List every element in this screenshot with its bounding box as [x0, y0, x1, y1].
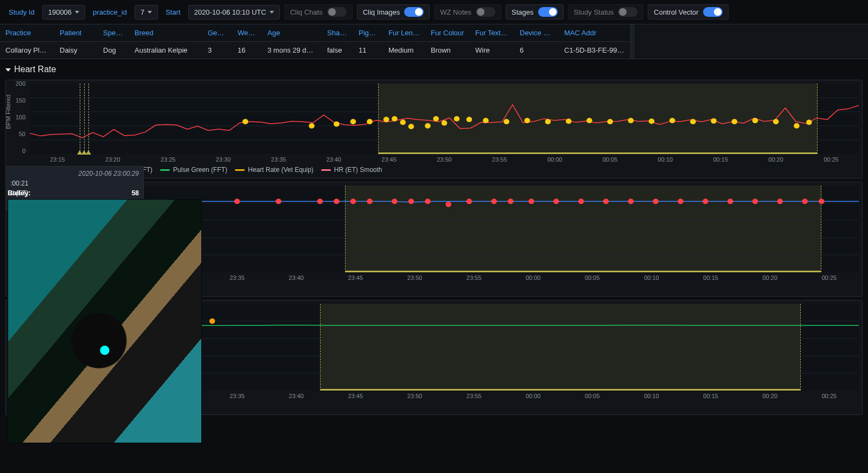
svg-point-64 [819, 199, 825, 204]
svg-point-50 [491, 199, 497, 204]
toggle-label: Control Vector [654, 8, 698, 16]
x-tick: 23:55 [472, 156, 527, 163]
svg-point-32 [773, 119, 779, 124]
svg-point-31 [752, 118, 758, 123]
svg-point-52 [528, 199, 534, 204]
toggle-cliq-chats: Cliq Chats [284, 4, 353, 20]
plot-area[interactable] [30, 84, 859, 154]
cell-value: Wire [470, 42, 514, 59]
x-tick: 23:55 [444, 274, 503, 281]
cell-value: Daisy [54, 42, 98, 59]
toggle-cliq-images[interactable]: Cliq Images [357, 4, 430, 20]
col-header[interactable]: Fur Texture [470, 24, 514, 42]
svg-point-57 [653, 199, 659, 204]
col-header[interactable]: Fur Length [383, 24, 425, 42]
svg-point-39 [234, 199, 240, 204]
study-id-select[interactable]: 190006 [42, 5, 85, 20]
col-header[interactable]: Device Gen. [514, 24, 559, 42]
svg-point-28 [690, 119, 696, 124]
svg-point-17 [467, 117, 473, 122]
image-caption: Bailey: [8, 189, 203, 197]
practice-id-select[interactable]: 7 [135, 5, 158, 20]
svg-point-62 [777, 199, 783, 204]
svg-point-14 [433, 116, 439, 122]
x-tick: 00:15 [681, 393, 741, 399]
svg-point-11 [400, 120, 406, 125]
svg-point-4 [242, 119, 248, 124]
y-tick: 150 [16, 97, 25, 104]
svg-point-16 [454, 116, 460, 122]
col-header[interactable]: Patient [54, 24, 98, 42]
svg-point-23 [586, 118, 592, 123]
scrollbar[interactable] [630, 24, 635, 59]
cell-value: 11 [353, 42, 383, 59]
cell-value: 16 [232, 42, 262, 59]
x-tick: 00:05 [563, 393, 622, 399]
tooltip-timestamp: 2020-10-06 23:00:29 [10, 170, 139, 177]
svg-point-10 [392, 116, 398, 122]
x-tick: 23:20 [85, 156, 141, 163]
col-header[interactable]: Species [98, 24, 129, 42]
svg-point-18 [483, 118, 489, 123]
svg-point-27 [669, 118, 675, 123]
toggle-label: Cliq Images [363, 8, 400, 16]
legend-swatch [160, 169, 170, 171]
col-header[interactable]: Breed [129, 24, 202, 42]
start-select[interactable]: 2020-10-06 10:10 UTC [188, 5, 280, 20]
x-tick: 23:40 [306, 156, 361, 163]
svg-point-25 [628, 118, 634, 123]
x-tick: 23:35 [207, 393, 266, 399]
x-tick: 00:25 [800, 274, 859, 281]
toggle-stages[interactable]: Stages [506, 4, 563, 20]
cell-value: false [322, 42, 353, 59]
legend-label: Heart Rate (Vet Equip) [248, 166, 314, 174]
toggle-control-vector[interactable]: Control Vector [648, 4, 728, 20]
toggle-switch[interactable] [703, 7, 723, 17]
cell-value: Medium [383, 42, 425, 59]
toggle-switch[interactable] [404, 7, 424, 17]
x-tick: 00:15 [693, 156, 748, 163]
toggle-switch[interactable] [538, 7, 558, 17]
x-tick: 00:00 [503, 274, 563, 281]
y-tick: 100 [16, 114, 25, 120]
x-tick: 23:35 [207, 274, 266, 281]
x-tick: 00:20 [748, 156, 803, 163]
legend-item[interactable]: HR (ET) Smooth [321, 166, 382, 174]
cell-value: C1-5D-B3-FE-99-94 [559, 42, 630, 59]
col-header[interactable]: Fur Colour [425, 24, 470, 42]
svg-point-48 [445, 202, 451, 207]
col-header[interactable]: Weight [232, 24, 262, 42]
col-header[interactable]: Gender [202, 24, 232, 42]
svg-point-6 [334, 122, 340, 127]
svg-point-40 [276, 199, 282, 204]
svg-point-13 [425, 123, 431, 129]
x-tick: 00:05 [583, 156, 638, 163]
x-tick: 00:10 [622, 393, 681, 399]
x-tick: 00:25 [800, 393, 859, 399]
svg-point-42 [334, 199, 340, 204]
toggle-switch [618, 7, 637, 17]
svg-point-60 [727, 199, 733, 204]
legend-item[interactable]: Heart Rate (Vet Equip) [235, 166, 314, 174]
svg-point-30 [731, 119, 737, 124]
col-header[interactable]: MAC Addr [559, 24, 630, 42]
svg-point-34 [806, 120, 812, 125]
x-tick: 23:25 [141, 156, 196, 163]
col-header[interactable]: Age [262, 24, 322, 42]
chevron-down-icon [270, 11, 274, 14]
x-tick: 23:50 [385, 393, 444, 399]
svg-point-7 [350, 119, 356, 124]
svg-point-53 [553, 199, 559, 204]
x-tick: 00:15 [681, 274, 741, 281]
svg-point-55 [603, 199, 609, 204]
legend-item[interactable]: Pulse Green (FFT) [160, 166, 227, 174]
svg-point-45 [392, 199, 398, 204]
toggle-switch [476, 7, 495, 17]
col-header[interactable]: Shaved [322, 24, 353, 42]
col-header[interactable]: Pigment [353, 24, 383, 42]
col-header[interactable]: Practice [0, 24, 54, 42]
toggle-label: Study Status [574, 8, 614, 16]
legend-label: HR (ET) Smooth [334, 166, 382, 174]
panel-title-heart-rate[interactable]: Heart Rate [0, 59, 868, 76]
svg-point-46 [409, 199, 414, 204]
